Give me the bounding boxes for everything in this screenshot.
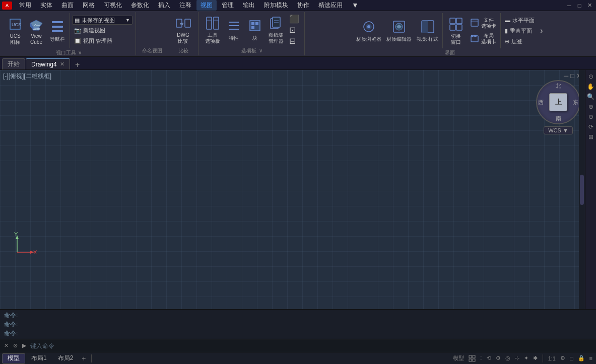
doc-tab-drawing4-close[interactable]: ✕ [60,61,64,67]
right-btn-pan[interactable]: ✋ [586,82,595,91]
drawing-area[interactable]: [-][俯视][二维线框] ─ □ ✕ Y [0,70,596,309]
menu-extra[interactable]: ▼ [348,0,363,11]
status-polar-icon[interactable]: ⚙ [494,354,502,362]
menu-output[interactable]: 输出 [239,0,259,11]
status-tp-icon[interactable]: ✱ [532,354,539,362]
right-btn-nav2[interactable]: ⊞ [586,132,595,141]
block-button[interactable]: 块 [245,14,265,46]
visual-style-button[interactable]: 视觉 样式 [415,15,440,47]
status-menu-icon[interactable]: ≡ [588,354,594,362]
status-lwt-icon[interactable]: ✦ [522,354,530,362]
file-tab-button[interactable]: 文件选项卡 [468,16,498,31]
svg-text:Y: Y [14,232,18,237]
right-btn-orbit[interactable]: ⊙ [586,72,595,81]
sheet-manager-button[interactable]: 图纸集管理器 [266,14,286,46]
view-options-col: ▬ 水平平面 ▮ 垂直平面 ⊕ 层登 [503,15,537,46]
status-otrack-icon[interactable]: ⊹ [513,354,521,362]
status-ortho-icon[interactable]: ⟲ [485,354,493,362]
svg-rect-50 [469,355,472,358]
viewport-group-label[interactable]: 视口工具 ∨ [56,48,82,56]
minimize-button[interactable]: ─ [565,2,574,10]
menu-visualize[interactable]: 可视化 [100,0,126,11]
compass-south: 南 [556,115,561,122]
viewport-maximize[interactable]: □ [570,72,574,80]
layer-login-button[interactable]: ⊕ 层登 [503,36,537,46]
menu-addons[interactable]: 附加模块 [260,0,292,11]
palette-small-1[interactable]: ⬛ [287,14,301,24]
menu-insert[interactable]: 插入 [154,0,174,11]
new-view-button[interactable]: 📷 新建视图 [72,25,133,35]
cmd-clear-btn[interactable]: ⊗ [11,342,19,350]
v-scrollbar[interactable] [579,70,585,309]
doc-tab-drawing4[interactable]: Drawing4 ✕ [26,58,70,69]
doc-tab-add[interactable]: + [73,60,83,69]
close-button[interactable]: ✕ [585,2,594,10]
menu-surface[interactable]: 曲面 [57,0,78,11]
status-osnap-icon[interactable]: ◎ [504,354,512,362]
menu-view[interactable]: 视图 [196,0,217,11]
status-model-icon[interactable]: 模型 [451,353,466,363]
status-grid-icon[interactable] [467,354,477,363]
status-settings-icon[interactable]: ⚙ [559,354,567,362]
viewcube-button[interactable]: View Cube ViewCube [26,15,46,46]
navbar-button[interactable]: 导航栏 [47,15,68,46]
status-tab-layout2[interactable]: 布局2 [53,353,79,363]
menu-parametric[interactable]: 参数化 [127,0,153,11]
viewport-minimize[interactable]: ─ [564,72,568,80]
right-btn-zoom2[interactable]: ⊕ [586,102,595,111]
status-tab-add[interactable]: + [79,354,88,363]
dwg-compare-button[interactable]: ⇔ DWG比较 [173,14,193,46]
right-btn-nav1[interactable]: ⟳ [586,122,595,131]
named-view-dropdown[interactable]: ▦ 未保存的视图 ▼ [72,16,133,25]
menu-solid[interactable]: 实体 [36,0,56,11]
right-btn-zoom3[interactable]: ⊖ [586,112,595,121]
material-editor-button[interactable]: 材质编辑器 [384,15,414,47]
palettes-group-label[interactable]: 选项板 ∨ [241,46,262,54]
compass-ring[interactable]: 北 南 西 东 上 [536,80,580,124]
status-sep-1 [91,354,92,362]
menu-featured[interactable]: 精选应用 [314,0,347,11]
horizontal-plane-button[interactable]: ▬ 水平平面 [503,15,537,25]
expand-interface-button[interactable]: › [538,15,546,46]
ribbon-group-viewport: UCS UCS图标 View Cube [2,12,136,55]
tools-palette-button[interactable]: 工具选项板 [203,14,223,46]
ucs-icon: UCS [7,16,23,32]
layout-tab-button[interactable]: 布局选项卡 [468,31,498,46]
status-right: 模型 ⁚ ⟲ ⚙ ◎ ⊹ ✦ ✱ 1:1 ⚙ □ 🔒 [451,353,594,363]
status-tab-model[interactable]: 模型 [2,353,25,363]
material-browser-button[interactable]: 材质浏览器 [354,15,383,47]
divider-3 [500,13,501,48]
ucs-label: UCS图标 [10,33,20,45]
cmd-close-btn[interactable]: ✕ [2,342,10,350]
ribbon-group-palettes: 工具选项板 特性 [200,12,305,55]
wcs-label[interactable]: WCS ▼ [544,126,573,134]
viewport-label-arrow: ∨ [78,50,82,55]
properties-button[interactable]: 特性 [224,14,244,46]
viewcube-face-top[interactable]: 上 [549,93,567,111]
command-input-field[interactable] [30,342,594,349]
doc-tab-drawing4-label: Drawing4 [31,61,57,68]
doc-tab-start[interactable]: 开始 [2,58,25,69]
v-scrollbar-thumb[interactable] [580,175,584,205]
menu-collab[interactable]: 协作 [293,0,313,11]
cmd-arrow-btn[interactable]: ▶ [20,342,28,350]
maximize-button[interactable]: □ [575,2,584,10]
status-lock-icon[interactable]: 🔒 [576,354,586,362]
status-workspace-icon[interactable]: □ [568,354,575,362]
status-snap-icon[interactable]: ⁚ [479,354,484,362]
status-tab-layout1[interactable]: 布局1 [26,353,52,363]
view-manager-button[interactable]: 🔲 视图 管理器 [72,36,133,46]
menu-annotate[interactable]: 注释 [175,0,195,11]
menu-common[interactable]: 常用 [15,0,35,11]
menu-manage[interactable]: 管理 [218,0,238,11]
menu-mesh[interactable]: 网格 [79,0,99,11]
view-manager-icon: 🔲 [74,38,81,44]
right-btn-zoom[interactable]: 🔍 [586,92,595,101]
viewcube-container: 北 南 西 东 上 WCS ▼ [536,80,581,151]
vertical-plane-button[interactable]: ▮ 垂直平面 [503,26,537,36]
palette-small-2[interactable]: ⊡ [287,25,301,35]
switch-window-button[interactable]: 切换窗口 [445,15,467,46]
palette-small-3[interactable]: ⊟ [287,36,301,46]
svg-rect-14 [214,17,219,29]
ucs-icon-button[interactable]: UCS UCS图标 [5,15,25,46]
